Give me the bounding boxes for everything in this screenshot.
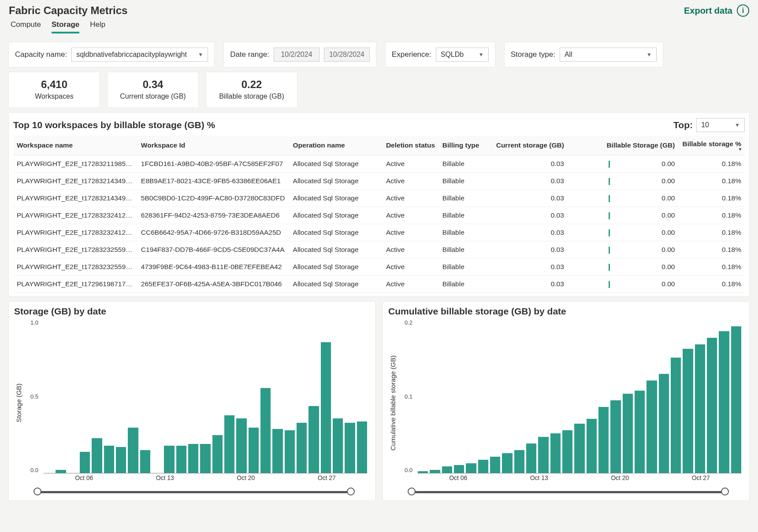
bar[interactable] (104, 446, 114, 473)
bar[interactable] (418, 471, 428, 473)
bar[interactable] (249, 428, 259, 473)
bar[interactable] (647, 381, 657, 473)
date-end-input[interactable]: 10/28/2024 (324, 48, 370, 62)
bar[interactable] (321, 342, 331, 473)
sparkline (609, 247, 653, 254)
tab-compute[interactable]: Compute (11, 19, 41, 33)
cell-current-storage: 0.03 (492, 190, 568, 207)
chevron-down-icon: ▼ (735, 122, 740, 128)
table-row[interactable]: PLAYWRIGHT_E2E_t1728323241296_3a...CC6B6… (13, 224, 745, 241)
bar[interactable] (478, 460, 488, 473)
column-header[interactable]: Workspace name (13, 136, 137, 155)
slider-handle-start[interactable] (408, 488, 416, 495)
bar[interactable] (454, 465, 464, 473)
cell-operation: Allocated Sql Storage (290, 155, 383, 173)
column-header[interactable]: Current storage (GB) (492, 136, 568, 155)
table-row[interactable]: PLAYWRIGHT_E2E_t1728321198508_0ea...1FCB… (13, 155, 745, 173)
bar[interactable] (550, 433, 561, 473)
bar[interactable] (116, 447, 126, 473)
column-header[interactable]: Billable storage %▾ (678, 136, 745, 155)
tab-storage[interactable]: Storage (52, 19, 79, 33)
bar[interactable] (731, 326, 741, 473)
column-header[interactable]: Billing type (439, 136, 492, 155)
info-icon[interactable]: i (737, 4, 749, 17)
cell-current-storage: 0.03 (492, 224, 568, 241)
bar[interactable] (442, 466, 452, 473)
x-tick: Oct 20 (580, 474, 661, 482)
bar[interactable] (308, 406, 319, 473)
bar[interactable] (659, 374, 669, 473)
bar[interactable] (164, 446, 174, 473)
bar[interactable] (297, 423, 307, 473)
column-header[interactable]: Workspace Id (137, 136, 290, 155)
bar[interactable] (587, 419, 597, 473)
bar[interactable] (128, 428, 138, 473)
date-start-input[interactable]: 10/2/2024 (274, 48, 320, 62)
cell-workspace-name: PLAYWRIGHT_E2E_t1728321434921_0c8... (13, 173, 137, 190)
table-row[interactable]: PLAYWRIGHT_E2E_t1728323255945_0e...C194F… (13, 241, 745, 259)
cell-deletion-status: Active (383, 207, 439, 224)
bar[interactable] (623, 394, 633, 473)
storage-type-dropdown[interactable]: All ▼ (560, 48, 657, 62)
slider-handle-end[interactable] (347, 488, 355, 495)
bar[interactable] (80, 452, 90, 473)
column-header[interactable]: Operation name (290, 136, 383, 155)
storage-type-label: Storage type: (511, 50, 555, 59)
bar[interactable] (683, 349, 693, 473)
bar[interactable] (140, 450, 150, 473)
bar[interactable] (514, 450, 524, 473)
bar[interactable] (200, 444, 210, 473)
table-row[interactable]: PLAYWRIGHT_E2E_t1729619871727_28...265EF… (13, 276, 745, 293)
table-row[interactable]: PLAYWRIGHT_E2E_t1728323255945_0e...4739F… (13, 259, 745, 276)
bar[interactable] (574, 424, 584, 473)
bar[interactable] (635, 391, 645, 473)
bar[interactable] (598, 407, 609, 473)
table-row[interactable]: PLAYWRIGHT_E2E_t1728321434921_0c8...E8B9… (13, 173, 745, 190)
cell-deletion-status: Active (383, 276, 439, 293)
bar[interactable] (502, 453, 512, 473)
bar[interactable] (224, 415, 234, 473)
bar[interactable] (610, 400, 621, 473)
table-row[interactable]: PLAYWRIGHT_E2E_t1728321434921_0c8...5B0C… (13, 190, 745, 207)
x-tick: Oct 06 (418, 474, 499, 482)
bar[interactable] (695, 344, 705, 473)
bar[interactable] (272, 429, 282, 473)
bar[interactable] (345, 423, 355, 473)
chart-plot-area[interactable]: 0.20.10.0Oct 06Oct 13Oct 20Oct 27 (398, 319, 744, 487)
cell-billing-type: Billable (439, 276, 492, 293)
slider-handle-end[interactable] (721, 488, 729, 495)
bar[interactable] (562, 430, 572, 473)
tab-help[interactable]: Help (90, 19, 105, 33)
sparkline (609, 178, 653, 185)
chart-plot-area[interactable]: 1.00.50.0Oct 06Oct 13Oct 20Oct 27 (23, 319, 370, 487)
bar[interactable] (188, 444, 198, 473)
bar[interactable] (176, 446, 186, 473)
bar[interactable] (56, 470, 66, 473)
bar[interactable] (357, 421, 367, 473)
bar[interactable] (212, 435, 223, 473)
bar[interactable] (707, 338, 717, 473)
date-range-slider[interactable] (37, 488, 351, 496)
bar[interactable] (719, 331, 729, 473)
bar[interactable] (430, 470, 440, 473)
date-range-slider[interactable] (411, 488, 725, 496)
table-row[interactable]: PLAYWRIGHT_E2E_t1728323241296_3a...62836… (13, 207, 745, 224)
experience-dropdown[interactable]: SQLDb ▼ (436, 48, 489, 62)
export-data-link[interactable]: Export data (684, 6, 732, 16)
bar[interactable] (671, 358, 681, 473)
cell-current-storage: 0.03 (492, 241, 568, 259)
bar[interactable] (333, 418, 343, 473)
bar[interactable] (285, 430, 295, 473)
column-header[interactable]: Deletion status (383, 136, 439, 155)
bar[interactable] (490, 457, 500, 473)
bar[interactable] (466, 463, 476, 473)
slider-handle-start[interactable] (33, 488, 41, 495)
bar[interactable] (260, 388, 271, 473)
bar[interactable] (538, 437, 548, 473)
capacity-name-dropdown[interactable]: sqldbnativefabriccapacityplaywright ▼ (71, 48, 208, 62)
bar[interactable] (526, 443, 536, 473)
column-header[interactable]: Billable Storage (GB) (568, 136, 679, 155)
bar[interactable] (92, 438, 102, 473)
bar[interactable] (236, 418, 246, 473)
top-n-dropdown[interactable]: 10 ▼ (696, 118, 745, 132)
